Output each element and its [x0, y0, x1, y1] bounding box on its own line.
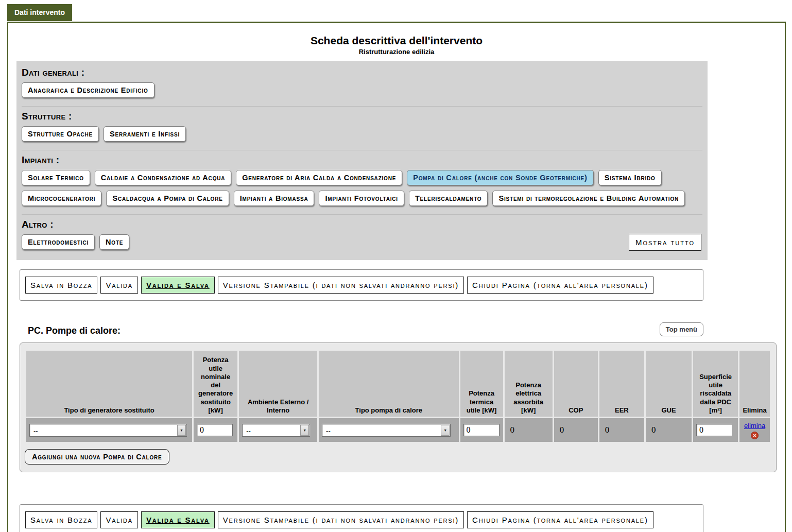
menu-button-caldaie-condensazione-acqua[interactable]: Caldaie a Condensazione ad Acqua [95, 170, 231, 185]
chevron-down-icon: ▼ [300, 425, 309, 436]
superficie-utile-input[interactable] [696, 424, 732, 436]
menu-button-elettrodomestici[interactable]: Elettrodomestici [22, 234, 95, 250]
potenza-elettrica-assorbita-value: 0 [508, 425, 515, 435]
menu-button-scaldacqua-pompa-calore[interactable]: Scaldacqua a Pompa di Calore [106, 191, 229, 206]
gue-value: 0 [649, 425, 656, 435]
pdc-table: Tipo di generatore sostituito Potenza ut… [25, 349, 771, 443]
section-title-strutture: Strutture : [22, 111, 702, 122]
chiudi-pagina-button[interactable]: Chiudi Pagina (torna all'area personale) [467, 511, 653, 528]
valida-button[interactable]: Valida [100, 277, 138, 294]
col-header-superficie-utile: Superficie utile riscaldata dalla PDC [m… [693, 351, 738, 417]
page: Dati intervento Scheda descrittiva dell'… [0, 0, 792, 532]
salva-in-bozza-button[interactable]: Salva in Bozza [25, 277, 97, 294]
section-strutture: Strutture : Strutture Opache Serramenti … [22, 106, 702, 147]
delete-icon[interactable]: ✕ [751, 432, 759, 439]
menu-button-note[interactable]: Note [99, 234, 129, 250]
menu-button-pompa-di-calore[interactable]: Pompa di Calore (anche con Sonde Geoterm… [407, 170, 594, 185]
eer-value: 0 [602, 425, 610, 435]
section-title-impianti: Impianti : [22, 155, 702, 166]
section-title-dati-generali: Dati generali : [22, 67, 702, 78]
chevron-down-icon: ▼ [441, 425, 450, 436]
menu-button-serramenti-infissi[interactable]: Serramenti e Infissi [104, 126, 186, 142]
page-title: Scheda descrittiva dell'intervento [8, 35, 785, 47]
salva-in-bozza-button[interactable]: Salva in Bozza [25, 511, 97, 528]
ambiente-esterno-interno-value: -- [246, 427, 251, 435]
pdc-table-row: -- ▼ -- ▼ [26, 418, 770, 442]
col-header-potenza-utile-nominale: Potenza utile nominale del generatore so… [194, 351, 237, 417]
col-header-potenza-elettrica-assorbita: Potenza elettrica assorbita [kW] [505, 351, 553, 417]
versione-stampabile-button[interactable]: Versione Stampabile (i dati non salvati … [218, 511, 464, 528]
menu-button-sistema-ibrido[interactable]: Sistema Ibrido [598, 170, 662, 185]
valida-button[interactable]: Valida [100, 511, 138, 528]
section-dati-generali: Dati generali : Anagrafica e Descrizione… [22, 64, 702, 103]
menu-button-microcogeneratori[interactable]: Microcogeneratori [22, 191, 101, 206]
tab-dati-intervento[interactable]: Dati intervento [7, 4, 72, 21]
chiudi-pagina-button[interactable]: Chiudi Pagina (torna all'area personale) [467, 277, 653, 294]
menu-button-impianti-biomassa[interactable]: Impianti a Biomassa [234, 191, 315, 206]
cop-value: 0 [557, 425, 564, 435]
menu-button-generatore-aria-calda[interactable]: Generatore di Aria Calda a Condensazione [236, 170, 402, 185]
tipo-generatore-sostituito-value: -- [33, 427, 38, 435]
toolbar-top: Salva in Bozza Valida Valida e Salva Ver… [20, 269, 703, 301]
section-impianti: Impianti : Solare Termico Caldaie a Cond… [22, 150, 702, 211]
col-header-tipo-pompa-di-calore: Tipo pompa di calore [319, 351, 458, 417]
menu-button-termoregolazione-building-automation[interactable]: Sistemi di termoregolazione e Building A… [492, 191, 685, 206]
menu-button-teleriscaldamento[interactable]: Teleriscaldamento [409, 191, 488, 206]
potenza-termica-utile-input[interactable] [463, 424, 500, 436]
mostra-tutto-button[interactable]: Mostra tutto [629, 234, 701, 251]
pdc-table-panel: Tipo di generatore sostituito Potenza ut… [20, 342, 777, 472]
tab-bar: Dati intervento [0, 0, 792, 22]
col-header-gue: GUE [646, 351, 692, 417]
chevron-down-icon: ▼ [177, 425, 186, 436]
ambiente-esterno-interno-select[interactable]: -- ▼ [242, 424, 310, 437]
tipo-generatore-sostituito-select[interactable]: -- ▼ [29, 424, 187, 437]
col-header-ambiente-esterno-interno: Ambiente Esterno / Interno [239, 351, 317, 417]
col-header-elimina: Elimina [739, 351, 770, 417]
versione-stampabile-button[interactable]: Versione Stampabile (i dati non salvati … [218, 277, 464, 294]
page-subtitle: Ristrutturazione edilizia [8, 48, 785, 56]
col-header-potenza-termica-utile: Potenza termica utile [kW] [460, 351, 503, 417]
section-altro: Altro : Elettrodomestici Note Mostra tut… [22, 214, 702, 255]
pdc-section-header: PC. Pompe di calore: Top menù [20, 322, 703, 336]
valida-e-salva-button[interactable]: Valida e Salva [141, 511, 215, 528]
potenza-utile-nominale-input[interactable] [197, 424, 233, 436]
col-header-tipo-generatore-sostituito: Tipo di generatore sostituito [26, 351, 192, 417]
aggiungi-pompa-di-calore-button[interactable]: Aggiungi una nuova Pompa di Calore [25, 449, 169, 465]
col-header-cop: COP [554, 351, 598, 417]
elimina-link[interactable]: elimina [744, 422, 765, 430]
tipo-pompa-di-calore-value: -- [326, 427, 331, 435]
valida-e-salva-button[interactable]: Valida e Salva [141, 277, 215, 294]
section-title-altro: Altro : [22, 219, 702, 230]
pdc-table-header-row: Tipo di generatore sostituito Potenza ut… [26, 351, 770, 417]
menu-button-solare-termico[interactable]: Solare Termico [22, 170, 90, 185]
pdc-section-title: PC. Pompe di calore: [20, 325, 120, 336]
tipo-pompa-di-calore-select[interactable]: -- ▼ [322, 424, 451, 437]
menu-button-anagrafica-descrizione-edificio[interactable]: Anagrafica e Descrizione Edificio [22, 82, 154, 98]
intervention-menu-panel: Dati generali : Anagrafica e Descrizione… [16, 61, 708, 260]
toolbar-bottom: Salva in Bozza Valida Valida e Salva Ver… [20, 504, 703, 532]
menu-button-impianti-fotovoltaici[interactable]: Impianti Fotovoltaici [319, 191, 404, 206]
col-header-eer: EER [599, 351, 644, 417]
top-menu-button[interactable]: Top menù [660, 322, 703, 336]
menu-button-strutture-opache[interactable]: Strutture Opache [22, 126, 99, 142]
main-container: Scheda descrittiva dell'intervento Ristr… [7, 22, 786, 532]
